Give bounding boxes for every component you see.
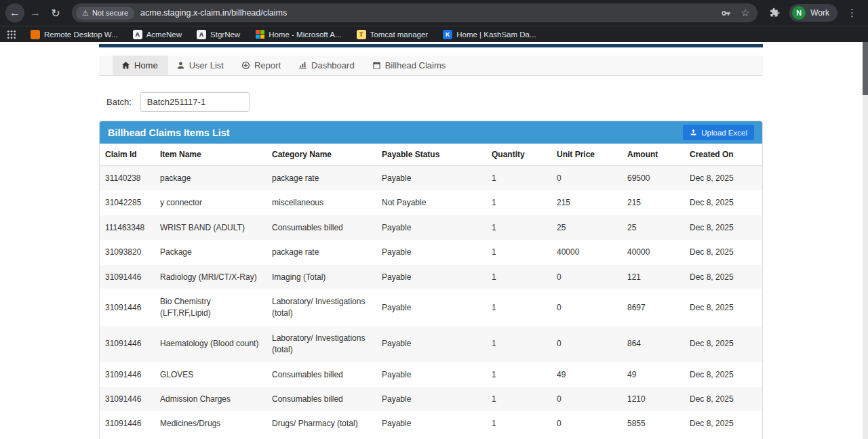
table-cell: 31091446: [100, 362, 155, 387]
reload-button[interactable]: ↻: [46, 3, 65, 22]
stgrnew-favicon: A: [197, 30, 206, 39]
chart-icon: [298, 61, 307, 70]
bookmark-item[interactable]: AAcmeNew: [127, 28, 188, 41]
not-secure-label: Not secure: [92, 9, 128, 17]
column-header: Payable Status: [376, 144, 486, 166]
table-row: 31091446Admission ChargesConsumables bil…: [100, 387, 762, 411]
bookmark-label: Home | KashSam Da...: [456, 30, 536, 39]
tab-billhead-claims[interactable]: Billhead Claims: [363, 56, 455, 75]
table-cell: WRIST BAND (ADULT): [155, 215, 267, 240]
table-cell: 0: [551, 411, 622, 436]
column-header: Claim Id: [100, 144, 155, 166]
table-cell: 49: [622, 362, 684, 387]
menu-dots-icon[interactable]: ⋮: [842, 7, 863, 19]
tab-report[interactable]: Report: [233, 56, 290, 75]
table-cell: Consumables billed: [267, 215, 376, 240]
bookmark-item[interactable]: Home - Microsoft A...: [249, 28, 347, 41]
warning-icon: ⚠: [82, 9, 89, 18]
bookmark-item[interactable]: TTomcat manager: [351, 28, 435, 41]
table-cell: Laboratory/ Investigations (total): [267, 289, 376, 326]
tab-user-list[interactable]: User List: [167, 56, 233, 75]
table-row: 31091446Medicines/DrugsDrugs/ Pharmacy (…: [100, 411, 762, 436]
tab-home[interactable]: Home: [113, 56, 167, 75]
table-row: 111463348WRIST BAND (ADULT)Consumables b…: [100, 215, 762, 240]
table-cell: Dec 8, 2025: [684, 265, 762, 289]
table-cell: 1: [486, 387, 551, 411]
bookmark-item[interactable]: KHome | KashSam Da...: [437, 28, 542, 41]
table-cell: Payable: [376, 240, 486, 264]
table-cell: 69500: [622, 166, 684, 191]
kashsam-favicon: K: [443, 30, 452, 39]
table-cell: Payable: [376, 362, 486, 387]
nav-tabs: HomeUser ListReportDashboardBillhead Cla…: [99, 56, 763, 76]
extensions-puzzle-icon[interactable]: [764, 7, 785, 19]
bookmark-star-icon[interactable]: ☆: [741, 7, 750, 18]
column-header: Item Name: [155, 144, 267, 166]
table-row: 31140238packagepackage ratePayable106950…: [100, 166, 762, 191]
bookmarks-list: Remote Desktop W...AAcmeNewAStgrNewHome …: [24, 28, 542, 41]
table-cell: Dec 8, 2025: [684, 215, 762, 240]
table-cell: 40000: [622, 240, 684, 264]
claims-table: Claim IdItem NameCategory NamePayable St…: [100, 144, 762, 436]
table-cell: Package: [155, 240, 267, 264]
profile-button[interactable]: N Work: [789, 4, 837, 22]
table-cell: Dec 8, 2025: [684, 411, 762, 436]
table-cell: Admission Charges: [155, 387, 267, 411]
table-cell: Bio Chemistry (LFT,RF,Lipid): [155, 289, 267, 326]
table-cell: Dec 8, 2025: [684, 240, 762, 264]
password-key-icon[interactable]: [721, 8, 731, 18]
panel-header: Billhead Claims Items List Upload Excel: [100, 121, 762, 144]
not-secure-badge[interactable]: ⚠ Not secure: [76, 7, 134, 20]
table-cell: Radiology (MRI/CT/X-Ray): [155, 265, 267, 289]
table-cell: Payable: [376, 411, 486, 436]
table-cell: 0: [551, 387, 622, 411]
tab-label: Dashboard: [311, 60, 355, 70]
tab-label: Home: [134, 60, 158, 70]
home-icon: [121, 61, 130, 70]
upload-excel-button[interactable]: Upload Excel: [683, 125, 754, 140]
url-text: acme.staging.x-claim.in/billhead/claims: [140, 8, 715, 18]
table-cell: 1: [486, 265, 551, 289]
upload-icon: [690, 129, 697, 136]
table-cell: Dec 8, 2025: [684, 166, 762, 191]
table-cell: Not Payable: [376, 190, 486, 215]
apps-grid-icon[interactable]: [7, 30, 16, 39]
scrollbar-thumb[interactable]: [863, 42, 868, 95]
table-cell: Haematology (Blood count): [155, 326, 267, 362]
table-cell: Dec 8, 2025: [684, 289, 762, 326]
table-cell: package rate: [267, 240, 376, 264]
panel-title: Billhead Claims Items List: [108, 127, 230, 138]
table-row: 31091446Radiology (MRI/CT/X-Ray)Imaging …: [100, 265, 762, 289]
table-cell: Payable: [376, 215, 486, 240]
tab-label: User List: [189, 60, 224, 70]
table-cell: Dec 8, 2025: [684, 190, 762, 215]
back-button[interactable]: ←: [5, 3, 24, 22]
bookmark-label: StgrNew: [210, 30, 240, 39]
table-cell: GLOVES: [155, 362, 267, 387]
address-bar[interactable]: ⚠ Not secure acme.staging.x-claim.in/bil…: [72, 3, 757, 22]
table-cell: 49: [551, 362, 622, 387]
scrollbar[interactable]: [863, 42, 868, 439]
tab-dashboard[interactable]: Dashboard: [290, 56, 363, 75]
table-cell: 0: [551, 289, 622, 326]
table-cell: 31093820: [100, 240, 155, 264]
table-cell: 1: [486, 362, 551, 387]
forward-button[interactable]: →: [26, 3, 45, 22]
table-cell: Dec 8, 2025: [684, 326, 762, 362]
table-row: 31042285y connectormiscellaneousNot Paya…: [100, 190, 762, 215]
table-cell: Laboratory/ Investigations (total): [267, 326, 376, 362]
reload-icon: ↻: [51, 7, 60, 20]
forward-icon: →: [30, 7, 41, 19]
bookmark-item[interactable]: AStgrNew: [191, 28, 246, 41]
bookmark-item[interactable]: Remote Desktop W...: [24, 28, 124, 41]
table-cell: 8697: [622, 289, 684, 326]
table-cell: 31042285: [100, 190, 155, 215]
table-cell: 111463348: [100, 215, 155, 240]
remote-desktop-favicon: [31, 30, 40, 39]
batch-input[interactable]: [140, 92, 250, 112]
profile-label: Work: [810, 8, 829, 18]
table-cell: 0: [551, 265, 622, 289]
table-row: 31091446GLOVESConsumables billedPayable1…: [100, 362, 762, 387]
table-cell: Payable: [376, 326, 486, 362]
column-header: Unit Price: [551, 144, 622, 166]
